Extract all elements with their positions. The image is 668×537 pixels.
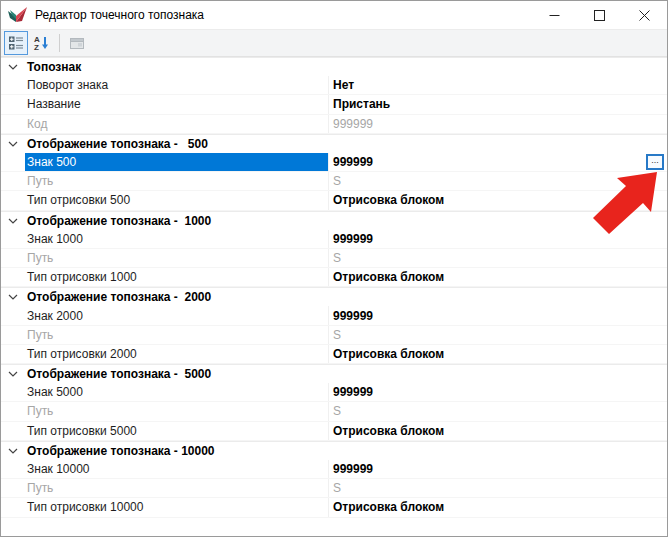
- category-label: Отображение топознака - 10000: [27, 444, 215, 458]
- property-label: Название: [25, 95, 328, 113]
- close-icon: [639, 10, 650, 21]
- toolbar-separator: [59, 34, 60, 52]
- property-value[interactable]: Отрисовка блоком: [328, 268, 667, 286]
- minimize-icon: [549, 10, 560, 21]
- property-label: Тип отрисовки 500: [25, 191, 328, 209]
- title-bar: Редактор точечного топознака: [1, 1, 667, 29]
- property-row-put-1000[interactable]: Путь S: [1, 249, 667, 268]
- chevron-down-icon[interactable]: [8, 294, 18, 300]
- maximize-button[interactable]: [577, 1, 622, 29]
- property-row-znak-2000[interactable]: Знак 2000 999999: [1, 306, 667, 325]
- ellipsis-button[interactable]: ...: [646, 154, 664, 170]
- property-label: Знак 1000: [25, 230, 328, 248]
- property-value[interactable]: Отрисовка блоком: [328, 191, 667, 209]
- sort-az-icon: A Z: [33, 35, 49, 51]
- property-label: Путь: [25, 326, 328, 344]
- property-label: Тип отрисовки 1000: [25, 268, 328, 286]
- property-label: Путь: [25, 249, 328, 267]
- window-title: Редактор точечного топознака: [35, 8, 204, 22]
- property-label: Код: [25, 115, 328, 133]
- property-value[interactable]: 999999: [328, 460, 667, 478]
- property-row-nazvanie[interactable]: Название Пристань: [1, 95, 667, 114]
- property-label: Путь: [25, 479, 328, 497]
- property-row-znak-500-selected[interactable]: Знак 500 999999 ...: [1, 153, 667, 172]
- property-row-tip-10000[interactable]: Тип отрисовки 10000 Отрисовка блоком: [1, 498, 667, 517]
- category-label: Отображение топознака - 5000: [27, 367, 211, 381]
- property-value[interactable]: Отрисовка блоком: [328, 345, 667, 363]
- category-row-10000[interactable]: Отображение топознака - 10000: [1, 441, 667, 460]
- property-row-tip-5000[interactable]: Тип отрисовки 5000 Отрисовка блоком: [1, 422, 667, 441]
- category-row-500[interactable]: Отображение топознака - 500: [1, 134, 667, 153]
- category-label: Отображение топознака - 1000: [27, 214, 211, 228]
- property-row-put-500[interactable]: Путь S: [1, 172, 667, 191]
- property-value[interactable]: 999999: [328, 383, 667, 401]
- property-value: S: [328, 249, 667, 267]
- property-label: Тип отрисовки 10000: [25, 498, 328, 516]
- chevron-down-icon[interactable]: [8, 218, 18, 224]
- category-row-1000[interactable]: Отображение топознака - 1000: [1, 211, 667, 230]
- property-value: S: [328, 479, 667, 497]
- app-logo-icon: [8, 7, 27, 23]
- toolbar: A Z: [1, 29, 667, 57]
- property-grid: Топознак Поворот знака Нет Название Прис…: [1, 57, 667, 518]
- property-value[interactable]: Отрисовка блоком: [328, 498, 667, 516]
- property-value[interactable]: 999999: [328, 306, 667, 324]
- property-label: Знак 2000: [25, 306, 328, 324]
- property-value[interactable]: Нет: [328, 76, 667, 94]
- property-row-kod[interactable]: Код 999999: [1, 115, 667, 134]
- property-row-povorot[interactable]: Поворот знака Нет: [1, 76, 667, 95]
- chevron-down-icon[interactable]: [8, 141, 18, 147]
- property-value[interactable]: 999999: [328, 230, 667, 248]
- category-label: Топознак: [27, 60, 81, 74]
- property-value[interactable]: 999999 ...: [328, 153, 667, 171]
- property-value: S: [328, 402, 667, 420]
- property-row-put-5000[interactable]: Путь S: [1, 402, 667, 421]
- category-row-toposnak[interactable]: Топознак: [1, 57, 667, 76]
- categorized-icon: [8, 35, 24, 51]
- property-label: Путь: [25, 402, 328, 420]
- minimize-button[interactable]: [532, 1, 577, 29]
- property-value[interactable]: Пристань: [328, 95, 667, 113]
- property-row-tip-1000[interactable]: Тип отрисовки 1000 Отрисовка блоком: [1, 268, 667, 287]
- property-label: Тип отрисовки 2000: [25, 345, 328, 363]
- close-button[interactable]: [622, 1, 667, 29]
- sort-alphabetical-button[interactable]: A Z: [29, 31, 53, 55]
- categorized-view-button[interactable]: [4, 31, 28, 55]
- property-value: S: [328, 172, 667, 190]
- property-row-znak-5000[interactable]: Знак 5000 999999: [1, 383, 667, 402]
- chevron-down-icon[interactable]: [8, 64, 18, 70]
- property-pages-button[interactable]: [65, 31, 89, 55]
- dialog-window: Редактор точечного топознака: [0, 0, 668, 537]
- category-row-5000[interactable]: Отображение топознака - 5000: [1, 364, 667, 383]
- property-label: Знак 5000: [25, 383, 328, 401]
- property-pages-icon: [69, 35, 85, 51]
- property-row-put-10000[interactable]: Путь S: [1, 479, 667, 498]
- property-label: Тип отрисовки 5000: [25, 422, 328, 440]
- property-label: Путь: [25, 172, 328, 190]
- value-text: 999999: [333, 155, 373, 169]
- property-row-put-2000[interactable]: Путь S: [1, 326, 667, 345]
- property-row-znak-1000[interactable]: Знак 1000 999999: [1, 230, 667, 249]
- category-label: Отображение топознака - 2000: [27, 290, 211, 304]
- category-label: Отображение топознака - 500: [27, 137, 208, 151]
- chevron-down-icon[interactable]: [8, 371, 18, 377]
- property-label: Знак 10000: [25, 460, 328, 478]
- property-value: S: [328, 326, 667, 344]
- property-row-tip-500[interactable]: Тип отрисовки 500 Отрисовка блоком: [1, 191, 667, 210]
- property-row-tip-2000[interactable]: Тип отрисовки 2000 Отрисовка блоком: [1, 345, 667, 364]
- chevron-down-icon[interactable]: [8, 448, 18, 454]
- property-value: 999999: [328, 115, 667, 133]
- category-row-2000[interactable]: Отображение топознака - 2000: [1, 287, 667, 306]
- svg-text:Z: Z: [34, 43, 39, 51]
- property-row-znak-10000[interactable]: Знак 10000 999999: [1, 460, 667, 479]
- property-label: Поворот знака: [25, 76, 328, 94]
- maximize-icon: [594, 10, 605, 21]
- property-label: Знак 500: [25, 153, 328, 171]
- property-value[interactable]: Отрисовка блоком: [328, 422, 667, 440]
